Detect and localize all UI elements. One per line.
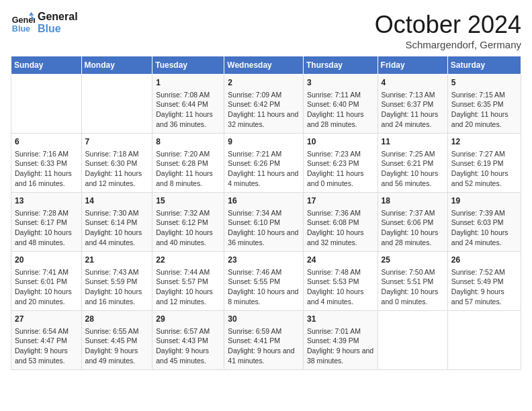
day-content: Sunrise: 6:59 AM Sunset: 4:41 PM Dayligh… <box>228 326 300 366</box>
day-number: 21 <box>85 255 149 266</box>
day-number: 12 <box>451 136 517 148</box>
day-number: 29 <box>156 314 220 325</box>
day-number: 27 <box>15 314 78 325</box>
calendar-cell: 13Sunrise: 7:28 AM Sunset: 6:17 PM Dayli… <box>11 193 82 252</box>
day-number: 26 <box>451 255 517 266</box>
calendar-cell: 5Sunrise: 7:15 AM Sunset: 6:35 PM Daylig… <box>447 75 521 134</box>
calendar-table: SundayMondayTuesdayWednesdayThursdayFrid… <box>11 56 521 370</box>
header-wednesday: Wednesday <box>224 56 304 75</box>
calendar-cell: 10Sunrise: 7:23 AM Sunset: 6:23 PM Dayli… <box>303 134 378 193</box>
title-block: October 2024 Schmargendorf, Germany <box>375 11 521 50</box>
day-number: 18 <box>382 195 444 207</box>
day-number: 14 <box>85 195 149 207</box>
day-number: 8 <box>156 136 220 148</box>
calendar-cell: 1Sunrise: 7:08 AM Sunset: 6:44 PM Daylig… <box>152 75 224 134</box>
calendar-cell <box>378 311 447 370</box>
calendar-cell: 16Sunrise: 7:34 AM Sunset: 6:10 PM Dayli… <box>224 193 304 252</box>
day-content: Sunrise: 6:54 AM Sunset: 4:47 PM Dayligh… <box>15 326 78 366</box>
calendar-cell: 15Sunrise: 7:32 AM Sunset: 6:12 PM Dayli… <box>152 193 224 252</box>
calendar-cell: 6Sunrise: 7:16 AM Sunset: 6:33 PM Daylig… <box>11 134 82 193</box>
day-content: Sunrise: 7:13 AM Sunset: 6:37 PM Dayligh… <box>382 90 444 130</box>
header-friday: Friday <box>378 56 447 75</box>
day-number: 24 <box>307 255 374 266</box>
header-thursday: Thursday <box>303 56 378 75</box>
calendar-cell: 2Sunrise: 7:09 AM Sunset: 6:42 PM Daylig… <box>224 75 304 134</box>
calendar-week-3: 13Sunrise: 7:28 AM Sunset: 6:17 PM Dayli… <box>11 193 521 252</box>
calendar-cell: 26Sunrise: 7:52 AM Sunset: 5:49 PM Dayli… <box>447 252 521 311</box>
day-number: 5 <box>451 77 517 89</box>
day-content: Sunrise: 7:52 AM Sunset: 5:49 PM Dayligh… <box>451 267 517 307</box>
day-content: Sunrise: 6:55 AM Sunset: 4:45 PM Dayligh… <box>85 326 149 366</box>
day-content: Sunrise: 7:44 AM Sunset: 5:57 PM Dayligh… <box>156 267 220 307</box>
day-content: Sunrise: 7:30 AM Sunset: 6:14 PM Dayligh… <box>85 208 149 248</box>
calendar-cell: 22Sunrise: 7:44 AM Sunset: 5:57 PM Dayli… <box>152 252 224 311</box>
day-content: Sunrise: 7:46 AM Sunset: 5:55 PM Dayligh… <box>228 267 300 307</box>
month-title: October 2024 <box>375 11 521 39</box>
header-saturday: Saturday <box>447 56 521 75</box>
day-number: 22 <box>156 255 220 266</box>
calendar-week-5: 27Sunrise: 6:54 AM Sunset: 4:47 PM Dayli… <box>11 311 521 370</box>
day-content: Sunrise: 7:27 AM Sunset: 6:19 PM Dayligh… <box>451 149 517 189</box>
calendar-cell: 21Sunrise: 7:43 AM Sunset: 5:59 PM Dayli… <box>81 252 152 311</box>
calendar-cell: 17Sunrise: 7:36 AM Sunset: 6:08 PM Dayli… <box>303 193 378 252</box>
day-content: Sunrise: 7:48 AM Sunset: 5:53 PM Dayligh… <box>307 267 374 307</box>
day-content: Sunrise: 7:43 AM Sunset: 5:59 PM Dayligh… <box>85 267 149 307</box>
day-content: Sunrise: 7:25 AM Sunset: 6:21 PM Dayligh… <box>382 149 444 189</box>
logo-blue: Blue <box>38 23 78 35</box>
calendar-cell: 30Sunrise: 6:59 AM Sunset: 4:41 PM Dayli… <box>224 311 304 370</box>
day-content: Sunrise: 7:15 AM Sunset: 6:35 PM Dayligh… <box>451 90 517 130</box>
calendar-cell: 18Sunrise: 7:37 AM Sunset: 6:06 PM Dayli… <box>378 193 447 252</box>
calendar-cell <box>11 75 82 134</box>
calendar-cell: 27Sunrise: 6:54 AM Sunset: 4:47 PM Dayli… <box>11 311 82 370</box>
calendar-cell: 24Sunrise: 7:48 AM Sunset: 5:53 PM Dayli… <box>303 252 378 311</box>
day-content: Sunrise: 7:01 AM Sunset: 4:39 PM Dayligh… <box>307 326 374 366</box>
day-number: 10 <box>307 136 374 148</box>
calendar-cell: 4Sunrise: 7:13 AM Sunset: 6:37 PM Daylig… <box>378 75 447 134</box>
calendar-cell: 19Sunrise: 7:39 AM Sunset: 6:03 PM Dayli… <box>447 193 521 252</box>
calendar-cell: 11Sunrise: 7:25 AM Sunset: 6:21 PM Dayli… <box>378 134 447 193</box>
calendar-cell: 23Sunrise: 7:46 AM Sunset: 5:55 PM Dayli… <box>224 252 304 311</box>
day-number: 20 <box>15 255 78 266</box>
calendar-cell: 25Sunrise: 7:50 AM Sunset: 5:51 PM Dayli… <box>378 252 447 311</box>
day-content: Sunrise: 7:37 AM Sunset: 6:06 PM Dayligh… <box>382 208 444 248</box>
calendar-cell <box>447 311 521 370</box>
day-number: 1 <box>156 77 220 89</box>
day-content: Sunrise: 7:50 AM Sunset: 5:51 PM Dayligh… <box>382 267 444 307</box>
logo-general: General <box>38 11 78 23</box>
calendar-cell: 12Sunrise: 7:27 AM Sunset: 6:19 PM Dayli… <box>447 134 521 193</box>
location: Schmargendorf, Germany <box>375 39 521 50</box>
day-content: Sunrise: 7:32 AM Sunset: 6:12 PM Dayligh… <box>156 208 220 248</box>
calendar-header-row: SundayMondayTuesdayWednesdayThursdayFrid… <box>11 56 521 75</box>
day-content: Sunrise: 7:09 AM Sunset: 6:42 PM Dayligh… <box>228 90 300 130</box>
header-sunday: Sunday <box>11 56 82 75</box>
calendar-cell: 14Sunrise: 7:30 AM Sunset: 6:14 PM Dayli… <box>81 193 152 252</box>
calendar-cell: 29Sunrise: 6:57 AM Sunset: 4:43 PM Dayli… <box>152 311 224 370</box>
calendar-cell: 28Sunrise: 6:55 AM Sunset: 4:45 PM Dayli… <box>81 311 152 370</box>
day-content: Sunrise: 6:57 AM Sunset: 4:43 PM Dayligh… <box>156 326 220 366</box>
calendar-cell: 31Sunrise: 7:01 AM Sunset: 4:39 PM Dayli… <box>303 311 378 370</box>
day-number: 3 <box>307 77 374 89</box>
day-number: 11 <box>382 136 444 148</box>
day-number: 6 <box>15 136 78 148</box>
header-tuesday: Tuesday <box>152 56 224 75</box>
calendar-cell: 3Sunrise: 7:11 AM Sunset: 6:40 PM Daylig… <box>303 75 378 134</box>
svg-marker-2 <box>29 12 34 15</box>
day-number: 25 <box>382 255 444 266</box>
calendar-cell: 20Sunrise: 7:41 AM Sunset: 6:01 PM Dayli… <box>11 252 82 311</box>
day-content: Sunrise: 7:36 AM Sunset: 6:08 PM Dayligh… <box>307 208 374 248</box>
calendar-cell: 8Sunrise: 7:20 AM Sunset: 6:28 PM Daylig… <box>152 134 224 193</box>
day-number: 31 <box>307 314 374 325</box>
calendar-week-2: 6Sunrise: 7:16 AM Sunset: 6:33 PM Daylig… <box>11 134 521 193</box>
day-content: Sunrise: 7:41 AM Sunset: 6:01 PM Dayligh… <box>15 267 78 307</box>
logo-icon: General Blue <box>11 11 35 35</box>
day-number: 23 <box>228 255 300 266</box>
day-content: Sunrise: 7:18 AM Sunset: 6:30 PM Dayligh… <box>85 149 149 189</box>
day-number: 28 <box>85 314 149 325</box>
day-content: Sunrise: 7:23 AM Sunset: 6:23 PM Dayligh… <box>307 149 374 189</box>
day-content: Sunrise: 7:11 AM Sunset: 6:40 PM Dayligh… <box>307 90 374 130</box>
calendar-week-4: 20Sunrise: 7:41 AM Sunset: 6:01 PM Dayli… <box>11 252 521 311</box>
day-number: 30 <box>228 314 300 325</box>
day-content: Sunrise: 7:08 AM Sunset: 6:44 PM Dayligh… <box>156 90 220 130</box>
day-content: Sunrise: 7:16 AM Sunset: 6:33 PM Dayligh… <box>15 149 78 189</box>
calendar-cell <box>81 75 152 134</box>
